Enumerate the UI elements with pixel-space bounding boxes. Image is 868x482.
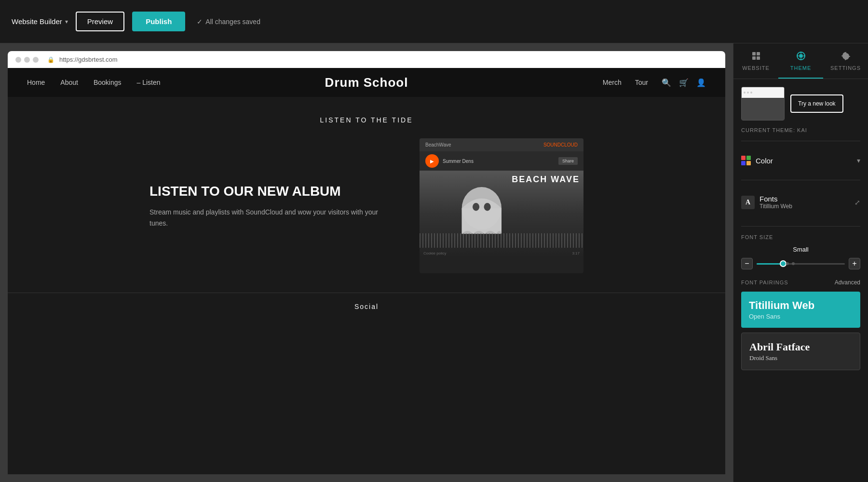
font-size-decrease-button[interactable]: −	[741, 258, 753, 269]
sc-time: 3:17	[572, 251, 580, 255]
theme-thumb-nav	[742, 87, 784, 98]
search-icon[interactable]: 🔍	[662, 78, 671, 87]
sc-image: BEACH WAVE Cookie policy 3:17	[420, 171, 583, 257]
color-grid-icon	[741, 156, 751, 165]
sc-share-button[interactable]: Share	[558, 157, 578, 165]
check-icon: ✓	[197, 18, 203, 26]
nav-item-bookings[interactable]: Bookings	[94, 79, 122, 86]
site-title: Drum School	[325, 75, 408, 90]
panel-content: Try a new look CURRENT THEME: KAI	[733, 79, 868, 482]
settings-tab-icon	[841, 51, 851, 63]
slider-fill	[757, 263, 783, 265]
color-dot-red	[741, 156, 746, 160]
font-size-slider-row: − +	[741, 258, 860, 269]
tab-website[interactable]: WEBSITE	[733, 43, 778, 79]
fonts-info: Fonts Titillium Web	[760, 195, 792, 210]
sc-title-bar: ▶ Summer Dens Share	[420, 151, 583, 171]
browser-dot-green	[33, 57, 39, 63]
fonts-header-left: A Fonts Titillium Web	[741, 195, 792, 210]
website-content: Home About Bookings – Listen Drum School…	[8, 68, 725, 474]
svg-rect-6	[752, 56, 756, 60]
album-desc: Stream music and playlists with SoundClo…	[149, 207, 391, 228]
cart-icon[interactable]: 🛒	[679, 78, 689, 87]
soundcloud-player[interactable]: BeachWave SOUNDCLOUD ▶ Summer Dens Share	[420, 138, 583, 273]
sc-waveform	[420, 233, 583, 248]
color-section-left: Color	[741, 156, 773, 165]
color-label: Color	[756, 157, 773, 165]
font-size-value: Small	[741, 246, 860, 253]
publish-button[interactable]: Publish	[132, 12, 185, 31]
browser-dot-yellow	[24, 57, 30, 63]
font-pairings-label: FONT PAIRINGS	[741, 280, 788, 285]
browser-url[interactable]: https://gdsbrtest.com	[59, 56, 118, 63]
sc-play-button[interactable]: ▶	[425, 154, 439, 168]
user-icon[interactable]: 👤	[696, 78, 706, 87]
brand-button[interactable]: Website Builder ▾	[12, 17, 68, 26]
svg-rect-4	[752, 52, 756, 55]
font-size-section: FONT SIZE Small − +	[741, 234, 860, 269]
browser-dots	[15, 57, 39, 63]
nav-item-tour[interactable]: Tour	[635, 79, 648, 86]
website-preview: 🔒 https://gdsbrtest.com Home About Booki…	[0, 43, 733, 482]
tab-theme[interactable]: THEME	[778, 43, 823, 79]
font-pairing-1[interactable]: Titillium Web Open Sans	[741, 292, 860, 328]
content-left: LISTEN TO OUR NEW ALBUM Stream music and…	[149, 183, 391, 228]
nav-item-merch[interactable]: Merch	[603, 79, 622, 86]
site-body: LISTEN TO THE TIDE LISTEN TO OUR NEW ALB…	[8, 97, 725, 474]
site-nav-right: Merch Tour 🔍 🛒 👤	[603, 78, 706, 87]
theme-thumbnail	[741, 87, 785, 120]
tab-website-label: WEBSITE	[742, 65, 770, 71]
tab-settings[interactable]: SETTINGS	[823, 43, 868, 79]
fonts-header: A Fonts Titillium Web ⤢	[741, 195, 860, 210]
sc-track-name: Summer Dens	[443, 159, 474, 164]
color-dot-green	[746, 156, 751, 160]
slider-dot-2	[786, 262, 789, 265]
try-new-look-button[interactable]: Try a new look	[790, 94, 843, 113]
brand-dropdown-icon: ▾	[65, 18, 68, 25]
thumb-dot-3	[750, 92, 752, 94]
slider-remaining-dots	[786, 262, 795, 265]
svg-point-2	[473, 203, 479, 211]
fonts-expand-icon[interactable]: ⤢	[854, 199, 860, 206]
svg-rect-5	[757, 52, 760, 55]
divider-3	[741, 226, 860, 227]
thumb-dot-2	[747, 92, 749, 94]
fonts-section: A Fonts Titillium Web ⤢	[741, 188, 860, 218]
font-size-slider-track[interactable]	[757, 263, 845, 265]
main-area: 🔒 https://gdsbrtest.com Home About Booki…	[0, 43, 868, 482]
svg-point-9	[799, 54, 803, 58]
thumb-dot-1	[744, 92, 746, 94]
preview-button[interactable]: Preview	[76, 12, 124, 31]
site-nav: Home About Bookings – Listen Drum School…	[8, 68, 725, 97]
nav-item-home[interactable]: Home	[27, 79, 45, 86]
font-size-increase-button[interactable]: +	[849, 258, 860, 269]
color-section-header[interactable]: Color ▾	[741, 149, 860, 172]
font-pairing-2[interactable]: Abril Fatface Droid Sans	[741, 333, 860, 370]
pairing-2-secondary: Droid Sans	[749, 354, 852, 362]
sc-track-title-overlay: BEACH WAVE	[512, 174, 580, 185]
color-chevron-icon: ▾	[857, 157, 860, 164]
topbar: Website Builder ▾ Preview Publish ✓ All …	[0, 0, 868, 43]
fonts-icon: A	[741, 196, 755, 209]
site-nav-left: Home About Bookings – Listen	[27, 79, 161, 86]
divider-1	[741, 141, 860, 141]
sc-cookie-notice: Cookie policy	[423, 251, 447, 255]
social-label: Social	[354, 303, 379, 310]
fonts-label: Fonts	[760, 195, 792, 203]
browser-chrome: 🔒 https://gdsbrtest.com	[8, 51, 725, 68]
pairing-1-secondary: Open Sans	[749, 313, 853, 320]
color-dot-blue	[741, 161, 746, 165]
theme-thumb-body	[742, 98, 784, 120]
sc-track-info: Summer Dens	[443, 159, 474, 164]
nav-item-about[interactable]: About	[60, 79, 78, 86]
pairing-2-primary: Abril Fatface	[749, 341, 852, 353]
nav-item-listen[interactable]: – Listen	[137, 79, 161, 86]
advanced-link[interactable]: Advanced	[835, 279, 860, 286]
saved-status-text: All changes saved	[205, 18, 260, 26]
divider-2	[741, 180, 860, 180]
current-theme-label: CURRENT THEME: KAI	[741, 127, 860, 133]
listen-section: LISTEN TO THE TIDE LISTEN TO OUR NEW ALB…	[8, 97, 725, 293]
slider-thumb[interactable]	[780, 260, 787, 267]
tab-settings-label: SETTINGS	[830, 65, 861, 71]
tab-theme-label: THEME	[790, 65, 812, 71]
